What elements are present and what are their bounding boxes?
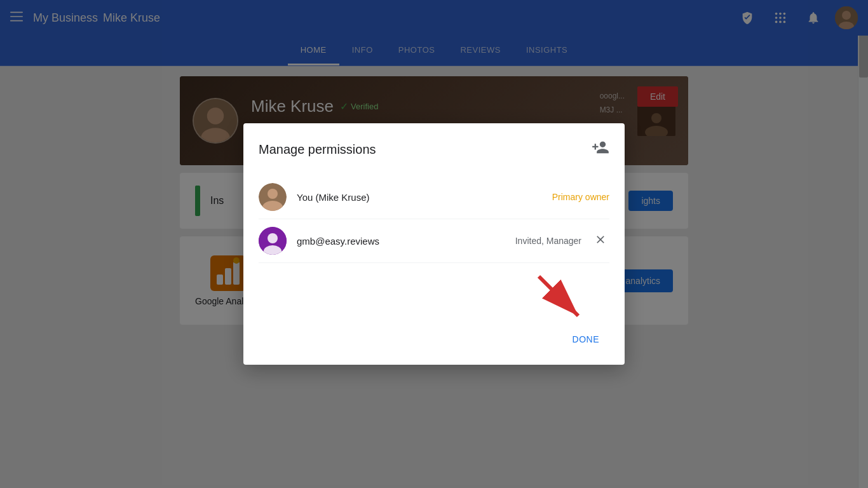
dialog-footer: DONE	[562, 329, 609, 349]
remove-manager-button[interactable]	[592, 231, 609, 252]
red-arrow-annotation	[532, 270, 590, 330]
dialog-title: Manage permissions	[259, 142, 376, 157]
manager-role: Invited, Manager	[515, 236, 581, 246]
dialog-header: Manage permissions	[259, 139, 609, 160]
add-user-icon[interactable]	[592, 139, 609, 160]
svg-point-30	[268, 233, 278, 243]
svg-point-27	[268, 189, 278, 199]
svg-line-33	[539, 276, 578, 316]
owner-role: Primary owner	[552, 192, 609, 202]
permission-row-manager: gmb@easy.reviews Invited, Manager	[259, 219, 609, 263]
dialog-overlay: Manage permissions You (Mike Kruse) Prim…	[0, 0, 868, 488]
owner-name: You (Mike Kruse)	[297, 192, 542, 203]
manager-name: gmb@easy.reviews	[297, 236, 505, 247]
owner-avatar	[259, 183, 287, 211]
manage-permissions-dialog: Manage permissions You (Mike Kruse) Prim…	[243, 123, 625, 365]
manager-avatar	[259, 227, 287, 255]
done-button[interactable]: DONE	[562, 329, 609, 349]
permission-row-owner: You (Mike Kruse) Primary owner	[259, 175, 609, 219]
